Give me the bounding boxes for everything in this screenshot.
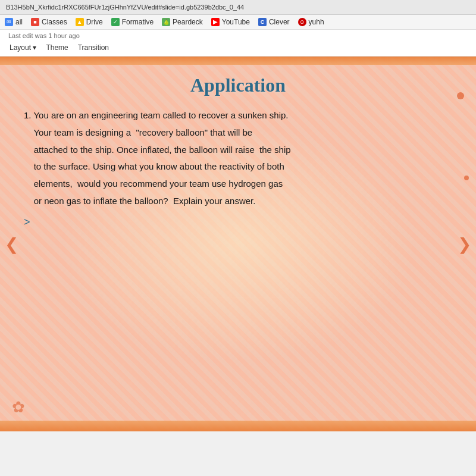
bookmark-yuhh[interactable]: ⊙ yuhh (298, 18, 324, 26)
nav-arrow-left[interactable]: ❮ (5, 234, 18, 254)
bookmark-youtube-label: YouTube (222, 18, 250, 26)
orange-bar-bottom (0, 421, 476, 431)
slides-toolbar: Last edit was 1 hour ago Layout ▾ Theme … (0, 30, 476, 57)
slide-content: Application 1. You are on an engineering… (18, 68, 458, 419)
bookmark-mail-label: ail (15, 18, 23, 26)
slide-body: 1. You are on an engineering team called… (18, 108, 458, 231)
question-number: 1. (24, 110, 33, 120)
bookmark-yuhh-label: yuhh (309, 18, 324, 26)
menu-transition[interactable]: Transition (74, 42, 112, 54)
continue-arrow[interactable]: > (24, 214, 458, 231)
question-line-3: attached to the ship. Once inflated, the… (24, 143, 458, 158)
bookmark-formative[interactable]: ✓ Formative (111, 18, 154, 26)
question-line-6: or neon gas to inflate the balloon? Expl… (24, 194, 458, 209)
bookmark-peardeck[interactable]: 🍐 Peardeck (162, 18, 203, 26)
bookmark-peardeck-label: Peardeck (173, 18, 203, 26)
bookmark-mail[interactable]: ✉ ail (5, 18, 23, 26)
bookmark-classes[interactable]: ■ Classes (31, 18, 67, 26)
menu-layout[interactable]: Layout ▾ (6, 42, 40, 54)
flower-decoration-icon: ✿ (12, 398, 25, 416)
last-edit-text: Last edit was 1 hour ago (6, 32, 470, 39)
question-line-4: to the surface. Using what you know abou… (24, 159, 458, 174)
bookmark-clever[interactable]: C Clever (258, 18, 290, 26)
slide-area: ❮ ❯ Application 1. You are on an enginee… (0, 57, 476, 431)
bookmarks-bar: ✉ ail ■ Classes ▲ Drive ✓ Formative 🍐 Pe… (0, 15, 476, 30)
question-line-2: Your team is designing a "recovery ballo… (24, 126, 458, 140)
orange-bar-top (0, 57, 476, 65)
bookmark-drive-label: Drive (86, 18, 103, 26)
menu-theme[interactable]: Theme (42, 42, 71, 54)
question-1: 1. You are on an engineering team called… (24, 108, 458, 123)
bookmark-classes-label: Classes (42, 18, 67, 26)
slide-title: Application (18, 74, 458, 96)
browser-url-bar[interactable]: B13H5bN_Xkrfidc1rRXC665fFUr1zjGHhnYfZVU/… (0, 0, 476, 15)
bookmark-formative-label: Formative (122, 18, 154, 26)
nav-arrow-right[interactable]: ❯ (458, 234, 471, 254)
question-line-5: elements, would you recommend your team … (24, 177, 458, 192)
url-text: B13H5bN_Xkrfidc1rRXC665fFUr1zjGHhnYfZVU/… (6, 4, 244, 11)
bookmark-drive[interactable]: ▲ Drive (76, 18, 103, 26)
decorative-dot-mid-right (464, 176, 469, 180)
bookmark-youtube[interactable]: ▶ YouTube (211, 18, 250, 26)
menu-bar: Layout ▾ Theme Transition (6, 42, 470, 54)
bookmark-clever-label: Clever (269, 18, 290, 26)
